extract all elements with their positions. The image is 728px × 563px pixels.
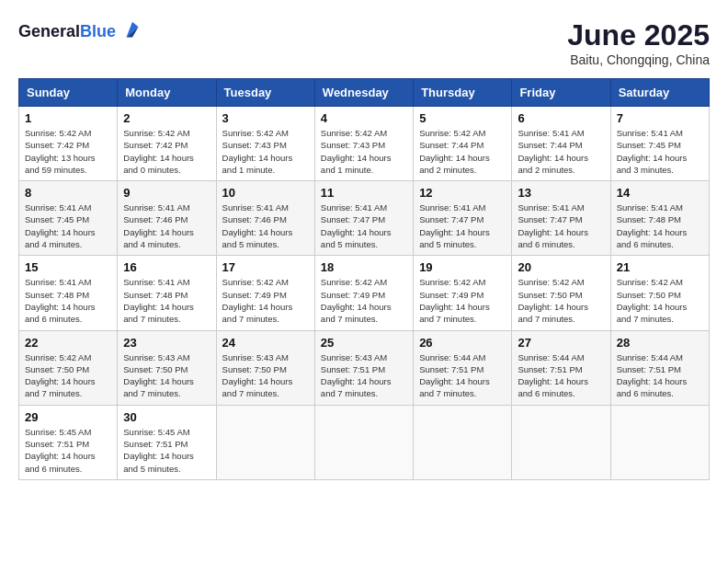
weekday-header-row: SundayMondayTuesdayWednesdayThursdayFrid… (19, 79, 710, 107)
day-number: 3 (222, 111, 309, 125)
calendar-cell: 25Sunrise: 5:43 AMSunset: 7:51 PMDayligh… (314, 330, 413, 405)
week-row-1: 1Sunrise: 5:42 AMSunset: 7:42 PMDaylight… (19, 107, 710, 181)
weekday-header-sunday: Sunday (19, 79, 118, 107)
day-info: Sunrise: 5:42 AMSunset: 7:42 PMDaylight:… (25, 127, 111, 176)
logo-icon (119, 18, 145, 44)
weekday-header-thursday: Thursday (414, 79, 512, 107)
day-number: 24 (222, 336, 309, 350)
day-number: 28 (617, 336, 703, 350)
day-info: Sunrise: 5:44 AMSunset: 7:51 PMDaylight:… (419, 351, 506, 400)
day-number: 23 (123, 336, 210, 350)
weekday-header-tuesday: Tuesday (216, 79, 314, 107)
calendar-cell (414, 405, 512, 479)
day-info: Sunrise: 5:41 AMSunset: 7:48 PMDaylight:… (123, 276, 210, 325)
calendar-cell: 17Sunrise: 5:42 AMSunset: 7:49 PMDayligh… (216, 256, 314, 330)
calendar-cell: 16Sunrise: 5:41 AMSunset: 7:48 PMDayligh… (118, 256, 216, 330)
calendar-cell: 4Sunrise: 5:42 AMSunset: 7:43 PMDaylight… (314, 107, 413, 181)
calendar-cell: 15Sunrise: 5:41 AMSunset: 7:48 PMDayligh… (19, 256, 118, 330)
day-info: Sunrise: 5:42 AMSunset: 7:50 PMDaylight:… (617, 276, 703, 325)
week-row-5: 29Sunrise: 5:45 AMSunset: 7:51 PMDayligh… (19, 405, 710, 479)
week-row-4: 22Sunrise: 5:42 AMSunset: 7:50 PMDayligh… (19, 330, 710, 405)
weekday-header-friday: Friday (512, 79, 610, 107)
calendar-cell: 14Sunrise: 5:41 AMSunset: 7:48 PMDayligh… (610, 181, 709, 256)
day-number: 12 (419, 186, 506, 200)
day-number: 15 (25, 260, 111, 274)
day-info: Sunrise: 5:42 AMSunset: 7:49 PMDaylight:… (419, 276, 506, 325)
day-info: Sunrise: 5:45 AMSunset: 7:51 PMDaylight:… (123, 426, 210, 475)
day-info: Sunrise: 5:41 AMSunset: 7:48 PMDaylight:… (617, 201, 703, 250)
day-info: Sunrise: 5:41 AMSunset: 7:47 PMDaylight:… (419, 201, 506, 250)
day-info: Sunrise: 5:41 AMSunset: 7:45 PMDaylight:… (25, 201, 111, 250)
calendar-cell: 29Sunrise: 5:45 AMSunset: 7:51 PMDayligh… (19, 405, 118, 479)
day-number: 26 (419, 336, 506, 350)
day-number: 9 (123, 186, 210, 200)
week-row-3: 15Sunrise: 5:41 AMSunset: 7:48 PMDayligh… (19, 256, 710, 330)
day-number: 8 (25, 186, 111, 200)
calendar-cell (512, 405, 610, 479)
location-title: Baitu, Chongqing, China (567, 52, 710, 67)
day-number: 13 (518, 186, 604, 200)
day-number: 16 (123, 260, 210, 274)
calendar-cell: 30Sunrise: 5:45 AMSunset: 7:51 PMDayligh… (118, 405, 216, 479)
weekday-header-monday: Monday (118, 79, 216, 107)
title-area: June 2025 Baitu, Chongqing, China (567, 18, 710, 67)
calendar-cell: 12Sunrise: 5:41 AMSunset: 7:47 PMDayligh… (414, 181, 512, 256)
calendar-cell: 24Sunrise: 5:43 AMSunset: 7:50 PMDayligh… (216, 330, 314, 405)
day-number: 19 (419, 260, 506, 274)
week-row-2: 8Sunrise: 5:41 AMSunset: 7:45 PMDaylight… (19, 181, 710, 256)
calendar-cell: 5Sunrise: 5:42 AMSunset: 7:44 PMDaylight… (414, 107, 512, 181)
day-number: 22 (25, 336, 111, 350)
calendar-cell (610, 405, 709, 479)
day-info: Sunrise: 5:41 AMSunset: 7:47 PMDaylight:… (321, 201, 407, 250)
day-info: Sunrise: 5:45 AMSunset: 7:51 PMDaylight:… (25, 426, 111, 475)
calendar-cell: 1Sunrise: 5:42 AMSunset: 7:42 PMDaylight… (19, 107, 118, 181)
weekday-header-saturday: Saturday (610, 79, 709, 107)
calendar-cell: 2Sunrise: 5:42 AMSunset: 7:42 PMDaylight… (118, 107, 216, 181)
day-info: Sunrise: 5:42 AMSunset: 7:50 PMDaylight:… (518, 276, 604, 325)
calendar-cell: 27Sunrise: 5:44 AMSunset: 7:51 PMDayligh… (512, 330, 610, 405)
day-number: 11 (321, 186, 407, 200)
page-header: GeneralBlue June 2025 Baitu, Chongqing, … (18, 18, 710, 67)
calendar-cell (314, 405, 413, 479)
day-number: 6 (518, 111, 604, 125)
logo-text-general: GeneralBlue (18, 22, 116, 41)
day-number: 17 (222, 260, 309, 274)
calendar-cell: 3Sunrise: 5:42 AMSunset: 7:43 PMDaylight… (216, 107, 314, 181)
day-info: Sunrise: 5:42 AMSunset: 7:44 PMDaylight:… (419, 127, 506, 176)
logo: GeneralBlue (18, 18, 145, 44)
day-number: 27 (518, 336, 604, 350)
day-info: Sunrise: 5:41 AMSunset: 7:48 PMDaylight:… (25, 276, 111, 325)
calendar-cell: 13Sunrise: 5:41 AMSunset: 7:47 PMDayligh… (512, 181, 610, 256)
calendar-cell: 19Sunrise: 5:42 AMSunset: 7:49 PMDayligh… (414, 256, 512, 330)
day-number: 10 (222, 186, 309, 200)
day-info: Sunrise: 5:41 AMSunset: 7:46 PMDaylight:… (222, 201, 309, 250)
day-info: Sunrise: 5:42 AMSunset: 7:42 PMDaylight:… (123, 127, 210, 176)
calendar-cell: 28Sunrise: 5:44 AMSunset: 7:51 PMDayligh… (610, 330, 709, 405)
day-info: Sunrise: 5:44 AMSunset: 7:51 PMDaylight:… (617, 351, 703, 400)
calendar-cell: 22Sunrise: 5:42 AMSunset: 7:50 PMDayligh… (19, 330, 118, 405)
calendar-cell: 8Sunrise: 5:41 AMSunset: 7:45 PMDaylight… (19, 181, 118, 256)
day-number: 30 (123, 410, 210, 424)
day-number: 21 (617, 260, 703, 274)
day-info: Sunrise: 5:43 AMSunset: 7:50 PMDaylight:… (123, 351, 210, 400)
day-info: Sunrise: 5:42 AMSunset: 7:43 PMDaylight:… (321, 127, 407, 176)
day-number: 2 (123, 111, 210, 125)
calendar-cell: 7Sunrise: 5:41 AMSunset: 7:45 PMDaylight… (610, 107, 709, 181)
calendar-cell: 21Sunrise: 5:42 AMSunset: 7:50 PMDayligh… (610, 256, 709, 330)
day-info: Sunrise: 5:42 AMSunset: 7:43 PMDaylight:… (222, 127, 309, 176)
calendar-cell: 11Sunrise: 5:41 AMSunset: 7:47 PMDayligh… (314, 181, 413, 256)
day-info: Sunrise: 5:41 AMSunset: 7:47 PMDaylight:… (518, 201, 604, 250)
day-info: Sunrise: 5:41 AMSunset: 7:45 PMDaylight:… (617, 127, 703, 176)
day-info: Sunrise: 5:43 AMSunset: 7:50 PMDaylight:… (222, 351, 309, 400)
day-number: 18 (321, 260, 407, 274)
day-number: 20 (518, 260, 604, 274)
calendar-cell: 6Sunrise: 5:41 AMSunset: 7:44 PMDaylight… (512, 107, 610, 181)
day-info: Sunrise: 5:44 AMSunset: 7:51 PMDaylight:… (518, 351, 604, 400)
calendar-table: SundayMondayTuesdayWednesdayThursdayFrid… (18, 78, 710, 480)
calendar-cell: 10Sunrise: 5:41 AMSunset: 7:46 PMDayligh… (216, 181, 314, 256)
calendar-cell (216, 405, 314, 479)
day-info: Sunrise: 5:42 AMSunset: 7:49 PMDaylight:… (321, 276, 407, 325)
day-info: Sunrise: 5:42 AMSunset: 7:50 PMDaylight:… (25, 351, 111, 400)
day-number: 7 (617, 111, 703, 125)
day-info: Sunrise: 5:41 AMSunset: 7:44 PMDaylight:… (518, 127, 604, 176)
